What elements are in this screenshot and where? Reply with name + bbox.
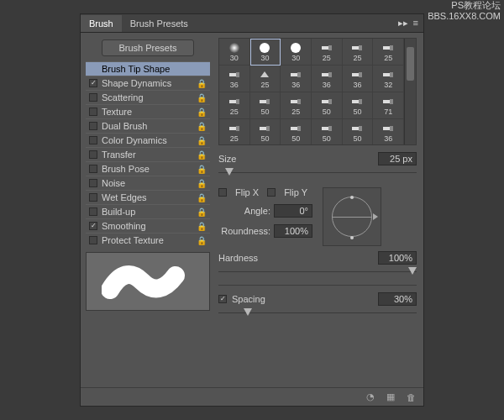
brush-tip-icon xyxy=(380,42,396,54)
swatch-scrollbar[interactable] xyxy=(404,39,416,144)
lock-icon[interactable]: 🔒 xyxy=(197,165,207,174)
sidebar-item-brush-pose[interactable]: Brush Pose🔒 xyxy=(86,161,210,176)
brush-swatch[interactable]: 25 xyxy=(219,119,250,144)
tab-brush[interactable]: Brush xyxy=(81,15,122,32)
svg-rect-11 xyxy=(291,73,297,76)
option-label: Texture xyxy=(102,107,132,117)
option-checkbox[interactable] xyxy=(89,136,97,144)
brush-swatch[interactable]: 30 xyxy=(250,39,281,66)
brush-swatch[interactable]: 50 xyxy=(250,119,281,144)
brush-swatch[interactable]: 25 xyxy=(281,92,312,119)
option-checkbox[interactable] xyxy=(89,93,97,102)
brush-tip-icon xyxy=(256,42,273,54)
brush-swatch[interactable]: 71 xyxy=(373,92,404,119)
option-checkbox[interactable] xyxy=(89,236,97,244)
sidebar-item-dual-brush[interactable]: Dual Brush🔒 xyxy=(86,118,210,133)
brush-tip-icon xyxy=(349,96,365,108)
spacing-slider[interactable] xyxy=(218,307,417,319)
option-checkbox[interactable] xyxy=(89,108,97,116)
brush-swatch[interactable]: 36 xyxy=(281,66,312,92)
brush-swatch[interactable]: 30 xyxy=(281,39,312,66)
flipx-checkbox[interactable] xyxy=(218,188,227,197)
sidebar-item-protect-texture[interactable]: Protect Texture🔒 xyxy=(86,233,210,247)
svg-rect-14 xyxy=(328,72,332,77)
svg-rect-12 xyxy=(297,72,301,77)
option-checkbox[interactable] xyxy=(89,122,97,130)
brush-swatch[interactable]: 25 xyxy=(312,39,343,66)
spacing-checkbox[interactable] xyxy=(218,295,227,303)
sidebar-item-wet-edges[interactable]: Wet Edges🔒 xyxy=(86,190,210,204)
sidebar-item-scattering[interactable]: Scattering🔒 xyxy=(86,90,210,104)
sidebar-item-build-up[interactable]: Build-up🔒 xyxy=(86,204,210,218)
brush-tip-icon xyxy=(226,96,243,108)
angle-input[interactable]: 0° xyxy=(274,204,312,218)
new-brush-icon[interactable]: ▦ xyxy=(385,391,396,403)
sidebar-item-smoothing[interactable]: Smoothing🔒 xyxy=(86,218,210,233)
brush-swatch[interactable]: 30 xyxy=(219,39,250,66)
spacing-input[interactable]: 30% xyxy=(378,292,417,306)
brush-swatch[interactable]: 50 xyxy=(343,119,374,144)
angle-widget[interactable] xyxy=(323,187,381,246)
toggle-preview-icon[interactable]: ◔ xyxy=(365,391,376,403)
sidebar-item-transfer[interactable]: Transfer🔒 xyxy=(86,147,210,161)
brush-swatch[interactable]: 50 xyxy=(343,92,374,119)
lock-icon[interactable]: 🔒 xyxy=(197,222,207,231)
brush-swatch[interactable]: 25 xyxy=(373,39,404,66)
svg-rect-23 xyxy=(291,100,297,103)
option-checkbox[interactable] xyxy=(89,193,97,202)
lock-icon[interactable]: 🔒 xyxy=(197,136,207,145)
lock-icon[interactable]: 🔒 xyxy=(197,193,207,202)
brush-swatch[interactable]: 36 xyxy=(219,66,250,92)
lock-icon[interactable]: 🔒 xyxy=(197,179,207,188)
option-label: Wet Edges xyxy=(102,192,147,202)
option-checkbox[interactable] xyxy=(89,222,97,230)
brush-swatch[interactable]: 36 xyxy=(312,66,343,92)
brush-size-label: 36 xyxy=(353,81,361,89)
roundness-input[interactable]: 100% xyxy=(274,224,312,238)
lock-icon[interactable]: 🔒 xyxy=(197,108,207,117)
brush-size-label: 25 xyxy=(230,108,239,116)
brush-swatch[interactable]: 32 xyxy=(373,66,404,92)
option-checkbox[interactable] xyxy=(89,150,97,159)
brush-swatch[interactable]: 50 xyxy=(250,92,281,119)
option-checkbox[interactable] xyxy=(89,165,97,173)
lock-icon[interactable]: 🔒 xyxy=(197,79,207,88)
option-checkbox[interactable] xyxy=(89,179,97,187)
brush-swatch[interactable]: 36 xyxy=(373,119,404,144)
hardness-input[interactable]: 100% xyxy=(378,251,417,265)
brush-swatch[interactable]: 25 xyxy=(250,66,281,92)
svg-rect-27 xyxy=(352,100,359,103)
sidebar-item-texture[interactable]: Texture🔒 xyxy=(86,104,210,118)
brush-swatch[interactable]: 25 xyxy=(343,39,374,66)
option-label: Color Dynamics xyxy=(102,135,167,145)
brush-swatch[interactable]: 50 xyxy=(312,119,343,144)
lock-icon[interactable]: 🔒 xyxy=(197,207,207,217)
panel-menu-icon[interactable]: ≡ xyxy=(413,18,418,29)
sidebar-item-brush-tip-shape[interactable]: Brush Tip Shape xyxy=(86,61,210,76)
brush-swatch[interactable]: 50 xyxy=(281,119,312,144)
settings-area: 3030302525253625363636322550255050712550… xyxy=(215,33,423,387)
snap-icon[interactable]: ▸▸ xyxy=(398,18,408,29)
sidebar-item-noise[interactable]: Noise🔒 xyxy=(86,176,210,190)
option-checkbox[interactable] xyxy=(89,207,97,216)
option-label: Transfer xyxy=(102,150,136,160)
brush-swatch[interactable]: 25 xyxy=(219,92,250,119)
lock-icon[interactable]: 🔒 xyxy=(197,122,207,131)
sidebar-item-color-dynamics[interactable]: Color Dynamics🔒 xyxy=(86,133,210,147)
trash-icon[interactable]: 🗑 xyxy=(405,391,417,403)
lock-icon[interactable]: 🔒 xyxy=(197,236,207,245)
brush-tip-icon xyxy=(349,123,365,134)
hardness-slider[interactable] xyxy=(218,266,417,278)
brush-swatch[interactable]: 36 xyxy=(343,66,374,92)
tab-brush-presets[interactable]: Brush Presets xyxy=(122,15,197,32)
size-slider[interactable] xyxy=(218,167,417,179)
flipy-checkbox[interactable] xyxy=(267,188,276,197)
svg-rect-41 xyxy=(383,127,390,130)
sidebar-item-shape-dynamics[interactable]: Shape Dynamics🔒 xyxy=(86,76,210,90)
brush-swatch[interactable]: 50 xyxy=(312,92,343,119)
brush-presets-button[interactable]: Brush Presets xyxy=(102,39,194,56)
size-input[interactable]: 25 px xyxy=(378,152,417,165)
lock-icon[interactable]: 🔒 xyxy=(197,93,207,102)
option-checkbox[interactable] xyxy=(89,79,97,87)
lock-icon[interactable]: 🔒 xyxy=(197,150,207,160)
